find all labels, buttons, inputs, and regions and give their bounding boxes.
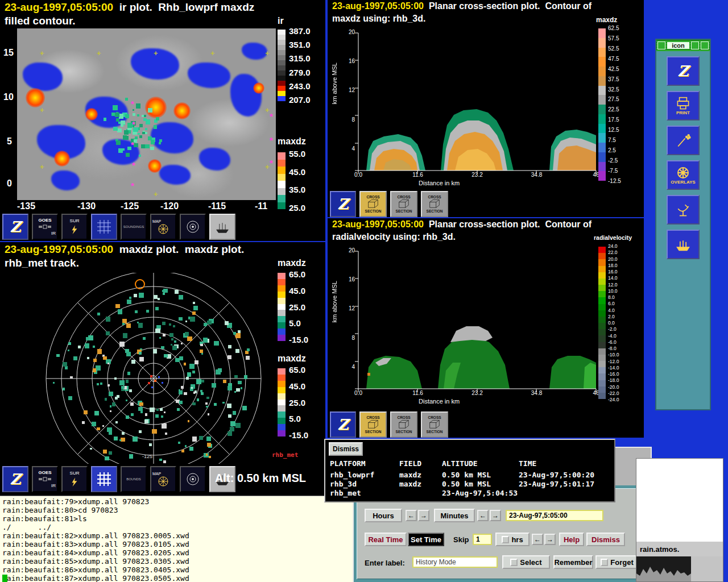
terminal-line: rain:beaufait:82>xdump.all 970823.0005.x… (2, 531, 364, 540)
colorbar-band (598, 361, 606, 367)
overlays-button[interactable]: OVERLAYS (667, 160, 700, 190)
sur-button[interactable]: SUR (61, 466, 88, 492)
radar-ppi-display[interactable] (5, 273, 272, 464)
skip-units-button[interactable]: hrs (495, 533, 530, 546)
goes-ir-button[interactable]: GOES IR (32, 214, 58, 240)
set-time-button[interactable]: Set Time (408, 533, 444, 546)
colorbar-band (278, 310, 286, 316)
colorbar-band (278, 202, 286, 210)
colorbar-band (278, 368, 286, 375)
zebra-logo-button[interactable]: Z (330, 191, 356, 217)
colorbar-band (598, 373, 606, 380)
time-input[interactable] (506, 510, 603, 521)
dismiss-button[interactable]: Dismiss (586, 533, 625, 546)
colorbar-band (278, 381, 286, 387)
minutes-decrement-button[interactable]: ← (477, 510, 489, 521)
xsec-colorbar-ticks: 62.557.552.547.542.537.532.527.522.517.5… (608, 25, 621, 184)
colorbar-band (278, 160, 286, 167)
x-tick: -135 (17, 201, 35, 211)
colorbar-band (598, 266, 606, 272)
grid-button[interactable] (91, 214, 117, 240)
minutes-increment-button[interactable]: → (490, 510, 501, 521)
xsec-colorbar-label: radialvelocity (594, 234, 632, 241)
colorbar-band (598, 278, 606, 285)
map-button[interactable]: MAP (150, 466, 176, 492)
goes-ir-button[interactable]: GOES IR (32, 466, 58, 492)
colorbar-band (278, 50, 286, 55)
help-button[interactable]: Help (559, 533, 584, 546)
titlebar-menu-icon[interactable] (657, 41, 665, 49)
remember-button[interactable]: Remember (553, 555, 593, 569)
rings-button[interactable] (180, 214, 206, 240)
grid-button[interactable] (91, 466, 117, 492)
annotate-button[interactable] (667, 126, 700, 155)
cross-section-button-3[interactable]: CROSS SECTION (421, 411, 448, 438)
cross-section-button-2[interactable]: CROSS SECTION (390, 191, 417, 217)
xsec-maxdz-plot[interactable] (353, 32, 597, 175)
zebra-logo-button[interactable]: Z (2, 214, 28, 240)
skip-forward-button[interactable]: → (544, 534, 556, 545)
x-tick: -120 (160, 201, 179, 211)
xsec-radial-plot[interactable] (353, 250, 597, 393)
hours-decrement-button[interactable]: ← (406, 510, 417, 521)
cross-section-button-3[interactable]: CROSS SECTION (421, 191, 448, 217)
skip-input[interactable] (473, 534, 492, 545)
popup-dismiss-button[interactable]: Dismiss (329, 442, 363, 456)
titlebar-minimize-icon[interactable] (691, 41, 699, 49)
cross-section-button-1[interactable]: CROSS SECTION (359, 191, 387, 217)
maxdz-colorbar-2 (278, 368, 286, 436)
zebra-logo-button[interactable]: Z (2, 466, 28, 492)
terminal-line: rain:beaufait:79>xdump.all 970823 (2, 497, 364, 506)
soundings-button[interactable]: SOUNDINGS (121, 214, 147, 240)
colorbar-band (278, 316, 286, 322)
real-time-button[interactable]: Real Time (365, 533, 407, 546)
map-button[interactable]: MAP (150, 214, 176, 240)
colorbar-band (278, 45, 286, 50)
colorbar-band (278, 96, 286, 101)
cross-section-button-1[interactable]: CROSS SECTION (359, 411, 387, 438)
satellite-icon (39, 223, 51, 231)
label-input[interactable] (412, 556, 498, 568)
colorbar-band (278, 60, 286, 65)
ship-icon (675, 238, 691, 251)
minutes-button[interactable]: Minutes (434, 509, 475, 522)
colorbar-band (278, 400, 286, 406)
terminal-line: rain:beaufait:86>xdump.all 970823.0405.x… (2, 566, 364, 574)
colorbar-band (278, 393, 286, 400)
zebra-logo-button[interactable]: Z (667, 56, 700, 86)
sur-button[interactable]: SUR (61, 214, 88, 240)
ship-button[interactable] (667, 230, 700, 259)
y-tick: 15 (3, 48, 14, 58)
cross-section-button-2[interactable]: CROSS SECTION (390, 411, 417, 438)
colorbar-band (598, 335, 606, 342)
skip-label: Skip (453, 535, 469, 544)
y-tick: 5 (7, 136, 12, 147)
terminal-cursor (2, 575, 7, 582)
colorbar-band (598, 297, 606, 304)
x-axis-ticks: 0.011.6 23.234.8 46 (358, 172, 596, 178)
radar-button[interactable] (667, 195, 700, 225)
icon-panel-titlebar[interactable]: icon (656, 40, 710, 51)
satellite-image[interactable]: ++ ++ ++ ++ ++ ** ** * ** * (17, 28, 276, 200)
colorbar-band (278, 375, 286, 381)
skip-back-button[interactable]: ← (532, 534, 543, 545)
xsec-colorbar (598, 247, 606, 399)
terminal-line: ./ ../ (2, 523, 364, 531)
wheel-icon (158, 223, 169, 235)
titlebar-maximize-icon[interactable] (701, 41, 709, 49)
forget-button[interactable]: Forget (595, 555, 639, 569)
hours-increment-button[interactable]: → (418, 510, 429, 521)
colorbar-band (598, 57, 606, 66)
zebra-icon: Z (10, 218, 21, 235)
zebra-icon: Z (338, 196, 349, 213)
print-button[interactable]: PRINT (667, 91, 700, 120)
ship-button[interactable] (209, 214, 235, 240)
bounds-button[interactable]: BOUNDS (121, 466, 147, 492)
hours-button[interactable]: Hours (365, 509, 402, 522)
rings-button[interactable] (180, 466, 206, 492)
terminal-window[interactable]: rain:beaufait:79>xdump.all 970823rain:be… (0, 496, 364, 582)
select-button[interactable]: Select (502, 555, 550, 569)
zebra-logo-button[interactable]: Z (330, 411, 356, 438)
x-tick: -115 (208, 201, 226, 211)
range-rings-icon (186, 220, 200, 234)
